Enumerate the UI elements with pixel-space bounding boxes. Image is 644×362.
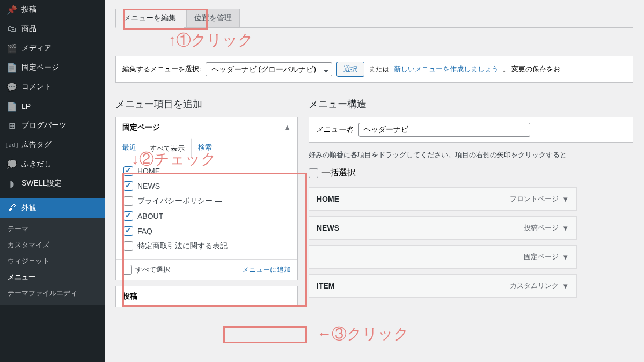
- sidebar-label: コメント: [21, 82, 52, 92]
- cart-icon: 🛍: [6, 24, 17, 34]
- sidebar-item-adtags[interactable]: [ad]広告タグ: [0, 135, 105, 154]
- menu-name-label: メニュー名: [316, 125, 353, 135]
- tab-edit-menus[interactable]: メニューを編集: [115, 9, 184, 28]
- select-all-checkbox[interactable]: [122, 265, 132, 275]
- submenu-menus[interactable]: メニュー: [0, 269, 105, 285]
- bulk-checkbox[interactable]: [309, 168, 318, 178]
- media-icon: 🎬: [6, 43, 17, 54]
- add-items-heading: メニュー項目を追加: [115, 98, 298, 110]
- check-item-faq[interactable]: FAQ: [123, 224, 290, 239]
- pages-panel: 固定ページ ▲ 最近 すべて表示 検索 HOME — NEWS — プライバシー…: [115, 117, 298, 280]
- menu-name-input[interactable]: [358, 123, 530, 137]
- swell-icon: ◗: [6, 178, 17, 189]
- submenu-themes[interactable]: テーマ: [0, 221, 105, 237]
- checkbox[interactable]: [123, 181, 133, 191]
- menu-item-label: ITEM: [317, 282, 334, 290]
- panel-title: 固定ページ: [122, 123, 160, 132]
- checkbox[interactable]: [123, 226, 133, 236]
- menu-item-fixed[interactable]: 固定ページ▼: [309, 245, 577, 269]
- select-all-label[interactable]: すべて選択: [122, 265, 170, 275]
- submenu-customize[interactable]: カスタマイズ: [0, 237, 105, 253]
- check-item-privacy[interactable]: プライバシーポリシー —: [123, 194, 290, 209]
- sidebar-item-posts[interactable]: 📌投稿: [0, 0, 105, 19]
- sidebar-label: LP: [21, 102, 31, 110]
- subtab-recent[interactable]: 最近: [116, 138, 143, 158]
- submenu-theme-editor[interactable]: テーマファイルエディ: [0, 285, 105, 301]
- sidebar-label: メディア: [21, 43, 52, 53]
- sidebar-label: 外観: [21, 203, 36, 213]
- menu-item-item[interactable]: ITEM カスタムリンク▼: [309, 274, 577, 298]
- sidebar-label: 商品: [21, 24, 36, 34]
- speech-icon: 💭: [6, 159, 17, 169]
- menu-item-label: HOME: [317, 195, 339, 203]
- menu-item-meta: カスタムリンク▼: [510, 281, 569, 291]
- comment-icon: 💬: [6, 82, 17, 92]
- ad-icon: [ad]: [6, 139, 17, 150]
- admin-sidebar: 📌投稿 🛍商品 🎬メディア 📄固定ページ 💬コメント 📄LP ⊞ブログパーツ […: [0, 0, 105, 362]
- tab-manage-locations[interactable]: 位置を管理: [186, 9, 240, 27]
- submenu-widgets[interactable]: ウィジェット: [0, 253, 105, 269]
- check-item-about[interactable]: ABOUT: [123, 209, 290, 224]
- posts-panel: 投稿: [115, 286, 298, 307]
- menu-item-meta: 固定ページ▼: [524, 252, 569, 262]
- sidebar-item-media[interactable]: 🎬メディア: [0, 39, 105, 58]
- create-menu-link[interactable]: 新しいメニューを作成しましょう: [394, 64, 499, 74]
- sidebar-label: ふきだし: [21, 159, 52, 169]
- subtab-search[interactable]: 検索: [192, 138, 218, 158]
- doc-icon: 📄: [6, 101, 17, 112]
- checkbox[interactable]: [123, 196, 133, 206]
- sidebar-submenu: テーマ カスタマイズ ウィジェット メニュー テーマファイルエディ: [0, 218, 105, 305]
- sidebar-item-swell[interactable]: ◗SWELL設定: [0, 174, 105, 193]
- page-icon: 📄: [6, 62, 17, 73]
- main-content: メニューを編集 位置を管理 編集するメニューを選択: ヘッダーナビ (グローバル…: [105, 0, 644, 362]
- brush-icon: 🖌: [6, 203, 17, 213]
- drag-help-text: 好みの順番に各項目をドラッグしてください。項目の右側の矢印をクリックすると: [309, 150, 633, 160]
- menu-structure-column: メニュー構造 メニュー名 好みの順番に各項目をドラッグしてください。項目の右側の…: [309, 98, 633, 303]
- chevron-down-icon[interactable]: ▼: [562, 282, 569, 290]
- structure-heading: メニュー構造: [309, 98, 633, 110]
- check-item-home[interactable]: HOME —: [123, 164, 290, 179]
- pin-icon: 📌: [6, 4, 17, 15]
- menu-item-meta: フロントページ▼: [510, 194, 569, 204]
- menu-selector-row: 編集するメニューを選択: ヘッダーナビ (グローバルナビ) 選択 または新しいメ…: [115, 56, 633, 83]
- checkbox[interactable]: [123, 166, 133, 176]
- sidebar-label: 広告タグ: [21, 140, 52, 150]
- add-items-column: メニュー項目を追加 固定ページ ▲ 最近 すべて表示 検索 HOME — NEW…: [115, 98, 298, 307]
- check-item-tokushou[interactable]: 特定商取引法に関する表記: [123, 239, 290, 254]
- grid-icon: ⊞: [6, 120, 17, 131]
- chevron-down-icon[interactable]: ▼: [562, 195, 569, 203]
- add-to-menu-button[interactable]: メニューに追加: [242, 265, 291, 275]
- chevron-down-icon[interactable]: ▼: [562, 224, 569, 232]
- or-text: または: [369, 64, 390, 74]
- sidebar-item-products[interactable]: 🛍商品: [0, 19, 105, 39]
- menu-item-label: NEWS: [317, 224, 339, 232]
- menu-select[interactable]: ヘッダーナビ (グローバルナビ): [206, 62, 332, 76]
- sidebar-item-lp[interactable]: 📄LP: [0, 97, 105, 116]
- checkbox[interactable]: [123, 211, 133, 221]
- select-button[interactable]: 選択: [336, 62, 364, 77]
- sidebar-item-comments[interactable]: 💬コメント: [0, 77, 105, 97]
- pages-subtabs: 最近 すべて表示 検索: [116, 138, 297, 158]
- posts-panel-header[interactable]: 投稿: [116, 286, 297, 307]
- pages-panel-footer: すべて選択 メニューに追加: [116, 259, 297, 280]
- menu-name-row: メニュー名: [309, 117, 633, 143]
- sidebar-label: SWELL設定: [21, 179, 62, 188]
- sidebar-item-appearance[interactable]: 🖌外観: [0, 198, 105, 218]
- selector-label: 編集するメニューを選択:: [122, 64, 201, 74]
- sidebar-item-pages[interactable]: 📄固定ページ: [0, 58, 105, 77]
- sidebar-item-blogparts[interactable]: ⊞ブログパーツ: [0, 116, 105, 135]
- menu-item-news[interactable]: NEWS 投稿ページ▼: [309, 216, 577, 240]
- subtab-all[interactable]: すべて表示: [143, 138, 192, 158]
- suffix-text: 。 変更の保存をお: [503, 64, 561, 74]
- triangle-up-icon: ▲: [283, 123, 291, 132]
- menu-item-home[interactable]: HOME フロントページ▼: [309, 187, 577, 211]
- nav-tabs: メニューを編集 位置を管理: [115, 9, 633, 28]
- checkbox[interactable]: [123, 241, 133, 251]
- sidebar-item-balloon[interactable]: 💭ふきだし: [0, 154, 105, 174]
- pages-panel-header[interactable]: 固定ページ ▲: [116, 117, 297, 138]
- chevron-down-icon[interactable]: ▼: [562, 253, 569, 261]
- panel-title: 投稿: [122, 292, 137, 301]
- bulk-select-row[interactable]: 一括選択: [309, 167, 633, 179]
- sidebar-label: 投稿: [21, 5, 36, 14]
- check-item-news[interactable]: NEWS —: [123, 179, 290, 194]
